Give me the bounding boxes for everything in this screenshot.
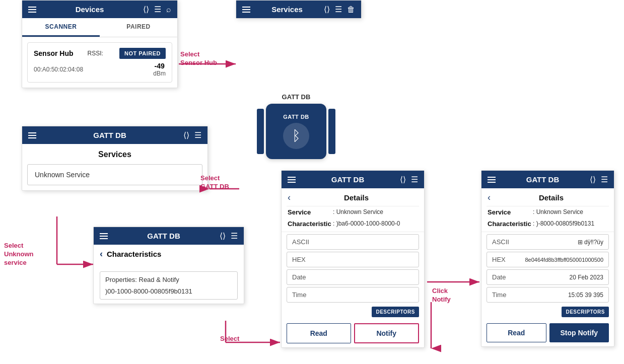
right-date-label: Date [492,273,506,281]
char-uuid: )00-1000-8000-00805f9b0131 [105,287,232,295]
descriptors-btn-right[interactable]: DESCRIPTORS [562,307,609,317]
char-menu-icon[interactable] [100,233,108,239]
gatt-db-header: GATT DB ⟨⟩ ☰ [22,126,207,144]
details-mid-gatt-title: GATT DB [301,175,395,184]
details-right-header: GATT DB ⟨⟩ ☰ [481,171,614,188]
descriptors-btn-mid[interactable]: DESCRIPTORS [372,307,419,317]
gatt-share-icon[interactable]: ⟨⟩ [183,130,189,140]
details-mid-back-icon[interactable]: ‹ [288,192,291,203]
props-label: Properties: [105,276,137,283]
date-field: Date [287,269,419,285]
ascii-field: ASCII [287,234,419,250]
select-annotation: Select [220,335,239,343]
not-paired-button[interactable]: NOT PAIRED [119,48,166,59]
select-gatt-db-annotation: SelectGATT DB [200,174,229,191]
unknown-service-item[interactable]: Unknown Service [27,164,202,185]
right-time-field: Time 15:05 39 395 [487,287,609,303]
time-field: Time [287,287,419,303]
props-value: Read & Notify [139,276,179,283]
char-list-icon[interactable]: ☰ [231,231,238,241]
details-mid-back-row: ‹ Details [282,188,424,206]
details-right-menu-icon[interactable] [488,177,496,183]
characteristics-panel: GATT DB ⟨⟩ ☰ ‹ Characteristics Propertie… [93,227,244,304]
gatt-icon-box-label: GATT DB [283,114,309,120]
gatt-db-services-panel: GATT DB ⟨⟩ ☰ Services Unknown Service [22,126,208,191]
action-btn-row-right: Read Stop Notify [481,319,614,346]
services-menu-icon[interactable] [242,7,250,13]
details-panel-right: GATT DB ⟨⟩ ☰ ‹ Details Service : Unknown… [481,170,614,347]
char-title: Characteristics [107,250,161,258]
details-right-share-icon[interactable]: ⟨⟩ [590,175,596,184]
detail-right-char-row: Characteristic : )-8000-00805f9b0131 [481,218,614,230]
char-share-icon[interactable]: ⟨⟩ [220,231,226,241]
gatt-icon-box[interactable]: GATT DB ᛒ [266,104,326,159]
ascii-label: ASCII [292,238,309,246]
menu-icon[interactable] [28,7,36,13]
search-icon[interactable]: ⌕ [166,5,171,14]
gatt-db-icon-label: GATT DB [257,93,335,101]
stop-notify-button[interactable]: Stop Notify [549,323,609,342]
details-mid-title: Details [295,193,418,202]
services-trash-icon[interactable]: 🗑 [347,5,355,14]
bluetooth-icon: ᛒ [292,128,301,144]
devices-panel: Devices ⟨⟩ ☰ ⌕ SCANNER PAIRED Sensor Hub… [22,0,178,88]
details-mid-menu-icon[interactable] [288,177,296,183]
services-top-header: Services ⟨⟩ ☰ 🗑 [236,1,361,18]
list-icon[interactable]: ☰ [154,5,161,14]
services-heading: Services [22,144,207,164]
details-mid-share-icon[interactable]: ⟨⟩ [400,175,406,184]
char-content: Properties: Read & Notify )00-1000-8000-… [94,263,244,304]
devices-title: Devices [41,5,138,14]
service-key: Service [288,208,333,216]
tab-scanner[interactable]: SCANNER [22,18,100,37]
details-right-back-icon[interactable]: ‹ [488,192,491,203]
services-list-icon[interactable]: ☰ [335,5,342,14]
service-val: : Unknown Service [333,208,383,216]
device-dbm: dBm [153,70,166,77]
right-hex-field: HEX 8e0464fd8b3ffbff050001000500 [487,252,609,267]
gatt-list-icon[interactable]: ☰ [194,130,201,140]
char-back-row: ‹ Characteristics [94,245,244,263]
gatt-left-bar [257,109,264,154]
gatt-db-icon-panel: GATT DB GATT DB ᛒ [257,93,335,159]
char-key: Characteristic [288,220,333,228]
right-date-value: 20 Feb 2023 [570,274,603,281]
right-time-label: Time [492,291,506,299]
notify-button-mid[interactable]: Notify [354,323,420,343]
time-label: Time [292,291,306,299]
click-notify-annotation: ClickNotify [432,287,451,304]
char-panel-title: GATT DB [113,232,215,240]
right-ascii-value: ⊞ dÿ‼?üy [578,239,603,246]
services-top-title: Services [255,5,319,14]
right-service-key: Service [488,208,533,216]
device-card[interactable]: Sensor Hub RSSI: NOT PAIRED 00:A0:50:02:… [27,42,172,83]
read-button-right[interactable]: Read [487,323,546,342]
select-sensor-hub-annotation: SelectSensor Hub [180,50,217,67]
details-mid-list-icon[interactable]: ☰ [411,175,418,184]
details-right-gatt-title: GATT DB [501,175,585,184]
action-btn-row-mid: Read Notify [282,319,424,347]
gatt-menu-icon[interactable] [28,132,36,138]
share-icon[interactable]: ⟨⟩ [143,5,149,14]
gatt-right-bar [328,109,335,154]
gatt-db-title: GATT DB [41,131,178,139]
details-panel-mid: GATT DB ⟨⟩ ☰ ‹ Details Service : Unknown… [281,170,425,348]
char-panel-header: GATT DB ⟨⟩ ☰ [94,227,244,245]
char-uuid-box: Properties: Read & Notify )00-1000-8000-… [100,271,238,300]
right-ascii-field: ASCII ⊞ dÿ‼?üy [487,234,609,250]
services-share-icon[interactable]: ⟨⟩ [324,5,330,14]
select-unknown-service-annotation: SelectUnknownservice [4,242,34,267]
tab-paired[interactable]: PAIRED [100,18,177,37]
date-label: Date [292,273,306,281]
right-time-value: 15:05 39 395 [568,292,603,299]
right-hex-value: 8e0464fd8b3ffbff050001000500 [525,257,603,263]
hex-field: HEX [287,252,419,267]
char-back-icon[interactable]: ‹ [100,249,103,259]
read-button-mid[interactable]: Read [287,323,351,343]
right-ascii-label: ASCII [492,238,509,246]
bluetooth-circle: ᛒ [283,123,309,149]
details-right-title: Details [495,193,608,202]
hex-label: HEX [292,256,306,263]
details-right-list-icon[interactable]: ☰ [601,175,608,184]
right-service-val: : Unknown Service [533,208,583,216]
